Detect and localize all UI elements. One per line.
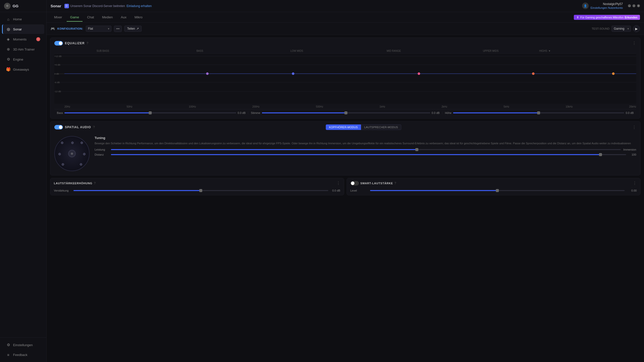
lautstaerke-menu[interactable]: ⋮: [336, 181, 340, 186]
config-more-button[interactable]: •••: [114, 26, 122, 32]
lautstaerke-help[interactable]: ?: [94, 182, 96, 185]
play-button[interactable]: ▶: [633, 25, 640, 32]
discord-text: Unserem Sonar Discord-Server beitreten: [70, 4, 125, 8]
eq-voice-track[interactable]: [262, 112, 430, 113]
config-right: TEST-SOUND Gaming ▼ ▶: [592, 25, 640, 32]
mic-banner-cta: Erkunden: [625, 16, 637, 19]
sidebar-item-moments[interactable]: ◈ Moments !: [2, 34, 44, 44]
test-sound-label: TEST-SOUND: [592, 27, 610, 30]
maximize-button[interactable]: □: [632, 4, 635, 7]
sidebar-item-home[interactable]: ⌂ Home: [2, 15, 44, 24]
eq-highs-val: 0.0 dB: [626, 111, 634, 114]
discord-link[interactable]: Einladung erhalten: [127, 4, 152, 8]
sidebar-item-feedback[interactable]: ≡ Feedback: [2, 350, 44, 359]
tab-mikro[interactable]: Mikro: [131, 13, 146, 22]
distanz-track[interactable]: [111, 154, 626, 155]
spatial-menu-button[interactable]: ⋮: [632, 125, 636, 130]
verstaerkung-label: Verstärkung: [54, 189, 71, 192]
main-area: Sonar D Unserem Sonar Discord-Server bei…: [47, 0, 644, 362]
eq-point-5: [612, 72, 615, 75]
sidebar-item-engine[interactable]: ⚙ Engine: [2, 55, 44, 64]
sidebar-item-3d-aim[interactable]: ⊕ 3D Aim Trainer: [2, 44, 44, 54]
spatial-audio-section: SPATIAL AUDIO ? KOPFHÖRER-MODUS LAUTSPRE…: [50, 121, 640, 175]
sonar-icon: ◎: [6, 27, 11, 31]
freq-100hz: 100Hz: [189, 105, 196, 108]
distanz-thumb[interactable]: [599, 153, 602, 156]
sphere-dot-left: [58, 153, 61, 155]
eq-toggle[interactable]: [54, 41, 63, 46]
lautstaerke-section: LAUTSTÄRKEERHÖHUNG ? ⋮ Verstärkung 0.0 d…: [50, 178, 344, 195]
spatial-toggle[interactable]: [54, 125, 63, 129]
verstaerkung-track[interactable]: [73, 190, 328, 191]
headphone-mode-button[interactable]: KOPFHÖRER-MODUS: [326, 124, 361, 130]
eq-highs-thumb[interactable]: [537, 111, 540, 114]
grid-label-6db: +6 dB: [54, 64, 60, 66]
mic-banner[interactable]: 🎙 Für Gaming geschaffenes Mikrofon Erkun…: [574, 15, 640, 20]
moments-icon: ◈: [6, 37, 11, 41]
spatial-title: SPATIAL AUDIO: [65, 125, 91, 129]
freq-20khz: 20kHz: [629, 105, 636, 108]
tab-medien[interactable]: Medien: [99, 13, 116, 22]
spatial-sliders: Leistung Immersion Distanz: [95, 148, 636, 156]
speaker-mode-button[interactable]: LAUTSPRECHER-MODUS: [361, 124, 401, 130]
moments-badge: !: [36, 37, 40, 41]
eq-bass-thumb[interactable]: [149, 111, 152, 114]
level-track[interactable]: [370, 190, 625, 191]
smart-help[interactable]: ?: [394, 182, 396, 185]
sidebar-item-settings[interactable]: ⚙ Einstellungen: [2, 340, 44, 350]
freq-500hz: 500Hz: [316, 105, 323, 108]
tab-aux[interactable]: Aux: [117, 13, 130, 22]
spatial-help-icon[interactable]: ?: [93, 125, 95, 129]
leistung-track[interactable]: [111, 149, 621, 150]
close-button[interactable]: ✕: [637, 4, 640, 7]
smart-menu[interactable]: ⋮: [633, 181, 637, 186]
level-val: 0.00: [627, 189, 637, 192]
tuning-title: Tuning: [95, 136, 636, 140]
share-button[interactable]: Teilen ↗: [124, 26, 141, 32]
eq-voice-thumb[interactable]: [344, 111, 347, 114]
eq-voice-fill: [262, 112, 346, 113]
user-info: NostalgicPly57 Einstellungen Nutzerkonto: [591, 2, 623, 10]
highs-expand-icon[interactable]: ▼: [548, 50, 551, 52]
leistung-thumb[interactable]: [415, 148, 418, 151]
equalizer-section: EQUALIZER ? ⋮ SUB BASS BASS LOW MIDS MID…: [50, 37, 640, 119]
verstaerkung-thumb[interactable]: [199, 189, 202, 192]
logo-text: GG: [13, 4, 18, 8]
eq-voice-val: 0.0 dB: [432, 111, 440, 114]
smart-lautstaerke-toggle[interactable]: [350, 181, 359, 186]
eq-grid: +12 dB +6 dB 0 dB -6 dB -12 dB: [54, 54, 636, 104]
level-thumb[interactable]: [496, 189, 499, 192]
sidebar-item-sonar[interactable]: ◎ Sonar: [2, 24, 44, 34]
sidebar-item-giveaways[interactable]: 🎁 Giveaways: [2, 65, 44, 74]
spatial-distanz-row: Distanz 100: [95, 153, 636, 156]
eq-menu-button[interactable]: ⋮: [632, 41, 636, 46]
topbar-title: Sonar: [51, 4, 61, 8]
eq-help-icon[interactable]: ?: [87, 41, 88, 45]
lautstaerke-title: LAUTSTÄRKEERHÖHUNG: [54, 182, 92, 185]
test-sound-select[interactable]: Gaming: [612, 26, 631, 32]
test-sound-select-wrap: Gaming ▼: [612, 26, 631, 32]
topbar: Sonar D Unserem Sonar Discord-Server bei…: [47, 0, 644, 12]
tab-chat[interactable]: Chat: [84, 13, 97, 22]
eq-chart: SUB BASS BASS LOW MIDS MID RANGE UPPER M…: [50, 49, 640, 118]
eq-highs-track[interactable]: [453, 112, 624, 113]
tab-mixer[interactable]: Mixer: [51, 13, 66, 22]
eq-highs-label: Höhe: [445, 111, 452, 114]
eq-point-4: [532, 72, 535, 75]
grid-label-neg12db: -12 dB: [54, 90, 61, 93]
user-settings-link[interactable]: Einstellungen Nutzerkonto: [591, 6, 623, 10]
level-label: Level: [350, 189, 368, 192]
mic-banner-text: Für Gaming geschaffenes Mikrofon: [580, 16, 624, 19]
freq-200hz: 200Hz: [252, 105, 260, 108]
spatial-leistung-row: Leistung Immersion: [95, 148, 636, 151]
tab-game[interactable]: Game: [67, 13, 83, 22]
settings-label: Einstellungen: [13, 343, 33, 347]
minimize-button[interactable]: —: [628, 4, 631, 7]
smart-lautstaerke-title: SMART-LAUTSTÄRKE: [360, 182, 393, 185]
sonar-label: Sonar: [13, 27, 22, 31]
verstaerkung-fill: [73, 190, 201, 191]
eq-bass-track[interactable]: [64, 112, 236, 113]
config-select-wrap: Flat Bass Boost Treble Boost FPS Music ▼: [86, 26, 111, 32]
share-icon: ↗: [136, 27, 139, 30]
config-select[interactable]: Flat Bass Boost Treble Boost FPS Music: [86, 26, 111, 32]
